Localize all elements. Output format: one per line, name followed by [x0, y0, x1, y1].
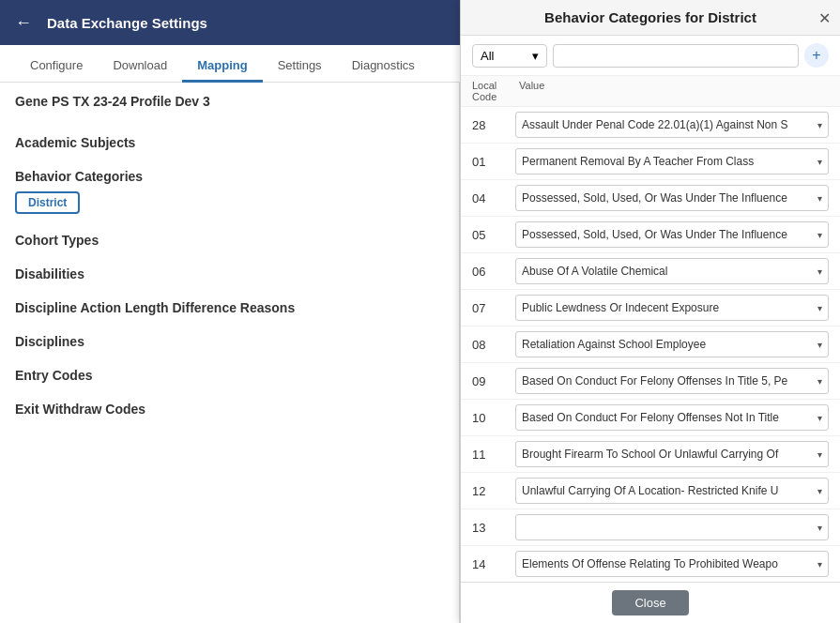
filter-select-chevron-icon: ▾ — [532, 49, 539, 63]
row-code: 07 — [472, 301, 508, 315]
table-row: 09Based On Conduct For Felony Offenses I… — [461, 363, 840, 400]
table-row: 08Retaliation Against School Employee▾ — [461, 327, 840, 363]
row-code: 06 — [472, 265, 508, 279]
sidebar-section-header-discipline-length: Discipline Action Length Difference Reas… — [15, 289, 444, 323]
row-code: 10 — [472, 411, 508, 425]
sidebar-section-header-disabilities: Disabilities — [15, 255, 444, 289]
sidebar-section-header-academic: Academic Subjects — [15, 124, 444, 158]
panel-close-x-button[interactable]: ✕ — [818, 8, 831, 26]
row-code: 05 — [472, 228, 508, 242]
row-dropdown[interactable]: Abuse Of A Volatile Chemical▾ — [515, 258, 829, 284]
row-dropdown-arrow-icon: ▾ — [817, 559, 822, 570]
row-dropdown[interactable]: Based On Conduct For Felony Offenses Not… — [515, 404, 829, 431]
tab-mapping[interactable]: Mapping — [182, 51, 262, 83]
row-code: 13 — [472, 521, 508, 535]
table-row: 13▾ — [461, 509, 840, 546]
tab-settings[interactable]: Settings — [263, 51, 337, 83]
panel-footer: Close — [461, 582, 840, 623]
filter-select-value: All — [481, 49, 494, 63]
table-row: 06Abuse Of A Volatile Chemical▾ — [461, 253, 840, 290]
sidebar-section-academic: Academic Subjects — [15, 124, 444, 158]
row-code: 11 — [472, 448, 508, 462]
row-dropdown-text: Elements Of Offense Relating To Prohibit… — [522, 557, 814, 570]
table-row: 10Based On Conduct For Felony Offenses N… — [461, 400, 840, 436]
table-row: 12Unlawful Carrying Of A Location- Restr… — [461, 473, 840, 509]
row-dropdown-text: Abuse Of A Volatile Chemical — [522, 265, 814, 278]
tab-diagnostics[interactable]: Diagnostics — [337, 51, 430, 83]
row-dropdown[interactable]: Assault Under Penal Code 22.01(a)(1) Aga… — [515, 112, 829, 138]
row-dropdown-arrow-icon: ▾ — [817, 193, 822, 204]
row-dropdown[interactable]: Possessed, Sold, Used, Or Was Under The … — [515, 221, 829, 248]
row-code: 01 — [472, 155, 508, 169]
panel-title: Behavior Categories for District — [544, 9, 756, 25]
table-row: 04Possessed, Sold, Used, Or Was Under Th… — [461, 180, 840, 217]
sidebar-section-header-exit: Exit Withdraw Codes — [15, 390, 444, 424]
row-dropdown-text: Unlawful Carrying Of A Location- Restric… — [522, 484, 814, 497]
row-dropdown-arrow-icon: ▾ — [817, 303, 822, 313]
sidebar: Gene PS TX 23-24 Profile Dev 3 Academic … — [0, 83, 460, 623]
sidebar-section-disciplines: Disciplines — [15, 323, 444, 357]
row-dropdown-arrow-icon: ▾ — [817, 340, 822, 350]
row-dropdown[interactable]: ▾ — [515, 514, 829, 540]
row-dropdown[interactable]: Unlawful Carrying Of A Location- Restric… — [515, 478, 829, 504]
row-dropdown-arrow-icon: ▾ — [817, 486, 822, 496]
panel-header: Behavior Categories for District ✕ — [461, 0, 840, 36]
row-dropdown-text: Based On Conduct For Felony Offenses In … — [522, 374, 814, 387]
row-dropdown-text: Permanent Removal By A Teacher From Clas… — [522, 155, 814, 168]
filter-row: All ▾ + — [461, 36, 840, 76]
sidebar-section-header-disciplines: Disciplines — [15, 323, 444, 357]
sidebar-section-behavior: Behavior Categories District — [15, 158, 444, 221]
row-dropdown[interactable]: Based On Conduct For Felony Offenses In … — [515, 368, 829, 394]
sidebar-section-disabilities: Disabilities — [15, 255, 444, 289]
sidebar-section-header-behavior: Behavior Categories — [15, 158, 444, 191]
sidebar-section-header-cohort: Cohort Types — [15, 221, 444, 255]
column-headers: Local Code Value — [461, 76, 840, 107]
row-dropdown-arrow-icon: ▾ — [817, 157, 822, 167]
close-button[interactable]: Close — [612, 590, 688, 615]
row-code: 14 — [472, 557, 508, 571]
col-header-local-code: Local Code — [472, 80, 519, 102]
table-row: 28Assault Under Penal Code 22.01(a)(1) A… — [461, 107, 840, 144]
row-dropdown-arrow-icon: ▾ — [817, 449, 822, 460]
row-dropdown-text: Public Lewdness Or Indecent Exposure — [522, 301, 814, 314]
row-dropdown-text: Based On Conduct For Felony Offenses Not… — [522, 411, 814, 424]
back-button[interactable]: ← — [15, 13, 32, 33]
row-dropdown-arrow-icon: ▾ — [817, 120, 822, 130]
row-dropdown[interactable]: Possessed, Sold, Used, Or Was Under The … — [515, 185, 829, 211]
row-dropdown-text: Possessed, Sold, Used, Or Was Under The … — [522, 228, 814, 241]
table-row: 11Brought Firearm To School Or Unlawful … — [461, 436, 840, 473]
behavior-rows: 28Assault Under Penal Code 22.01(a)(1) A… — [461, 107, 840, 582]
row-dropdown[interactable]: Retaliation Against School Employee▾ — [515, 331, 829, 357]
sidebar-section-header-entry: Entry Codes — [15, 357, 444, 390]
row-dropdown-arrow-icon: ▾ — [817, 266, 822, 277]
filter-input[interactable] — [553, 44, 799, 68]
row-dropdown[interactable]: Brought Firearm To School Or Unlawful Ca… — [515, 441, 829, 467]
row-dropdown[interactable]: Permanent Removal By A Teacher From Clas… — [515, 148, 829, 175]
table-row: 05Possessed, Sold, Used, Or Was Under Th… — [461, 217, 840, 253]
main-content: Gene PS TX 23-24 Profile Dev 3 Academic … — [0, 83, 840, 623]
row-dropdown-arrow-icon: ▾ — [817, 523, 822, 533]
behavior-panel: Behavior Categories for District ✕ All ▾… — [460, 0, 840, 623]
row-dropdown-arrow-icon: ▾ — [817, 413, 822, 423]
row-dropdown-text: Possessed, Sold, Used, Or Was Under The … — [522, 191, 814, 205]
row-dropdown-arrow-icon: ▾ — [817, 230, 822, 240]
row-code: 08 — [472, 338, 508, 352]
row-dropdown[interactable]: Elements Of Offense Relating To Prohibit… — [515, 551, 829, 577]
row-dropdown[interactable]: Public Lewdness Or Indecent Exposure▾ — [515, 295, 829, 321]
table-row: 07Public Lewdness Or Indecent Exposure▾ — [461, 290, 840, 327]
row-code: 12 — [472, 484, 508, 498]
tab-download[interactable]: Download — [98, 51, 182, 83]
row-code: 04 — [472, 191, 508, 205]
filter-add-button[interactable]: + — [804, 43, 829, 68]
sidebar-section-entry: Entry Codes — [15, 357, 444, 390]
filter-select[interactable]: All ▾ — [472, 44, 547, 68]
profile-name: Gene PS TX 23-24 Profile Dev 3 — [15, 94, 444, 109]
district-chip[interactable]: District — [15, 191, 80, 214]
tab-configure[interactable]: Configure — [15, 51, 98, 83]
row-code: 28 — [472, 118, 508, 132]
col-header-value: Value — [519, 80, 829, 102]
row-dropdown-arrow-icon: ▾ — [817, 376, 822, 387]
row-dropdown-text: Retaliation Against School Employee — [522, 338, 814, 351]
row-code: 09 — [472, 374, 508, 388]
table-row: 01Permanent Removal By A Teacher From Cl… — [461, 144, 840, 180]
